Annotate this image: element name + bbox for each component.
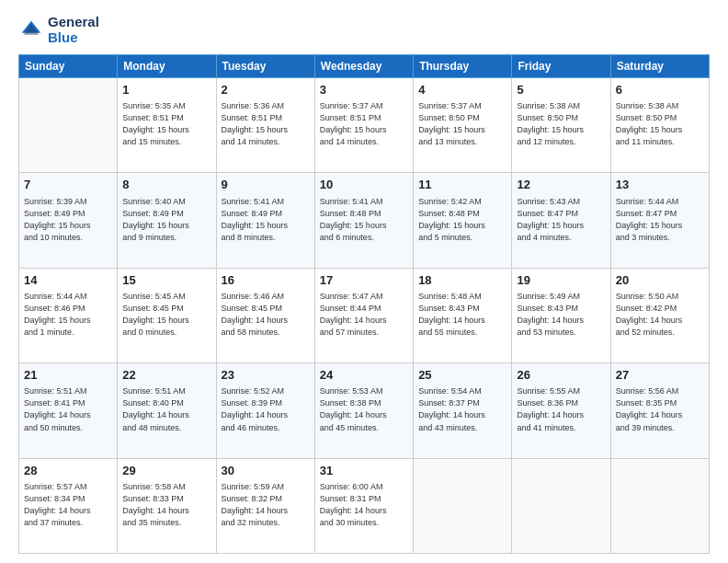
day-number: 31 [320, 463, 408, 479]
cell-info: Sunrise: 5:38 AM Sunset: 8:50 PM Dayligh… [517, 100, 605, 148]
calendar-cell: 19Sunrise: 5:49 AM Sunset: 8:43 PM Dayli… [512, 268, 610, 362]
day-number: 26 [517, 367, 605, 384]
cell-info: Sunrise: 5:52 AM Sunset: 8:39 PM Dayligh… [222, 385, 310, 433]
cell-info: Sunrise: 5:59 AM Sunset: 8:32 PM Dayligh… [222, 481, 310, 529]
calendar-week-row: 7Sunrise: 5:39 AM Sunset: 8:49 PM Daylig… [19, 173, 710, 268]
day-number: 12 [517, 177, 605, 193]
day-number: 6 [616, 82, 704, 98]
cell-info: Sunrise: 5:36 AM Sunset: 8:51 PM Dayligh… [222, 100, 310, 148]
day-number: 30 [222, 463, 310, 479]
calendar-cell: 17Sunrise: 5:47 AM Sunset: 8:44 PM Dayli… [314, 268, 413, 362]
day-number: 14 [24, 272, 112, 289]
day-number: 1 [122, 82, 210, 98]
calendar-cell: 9Sunrise: 5:41 AM Sunset: 8:49 PM Daylig… [216, 173, 314, 268]
calendar-cell: 14Sunrise: 5:44 AM Sunset: 8:46 PM Dayli… [19, 268, 118, 362]
calendar-cell: 30Sunrise: 5:59 AM Sunset: 8:32 PM Dayli… [216, 458, 314, 553]
cell-info: Sunrise: 5:35 AM Sunset: 8:51 PM Dayligh… [122, 100, 210, 148]
calendar-cell: 29Sunrise: 5:58 AM Sunset: 8:33 PM Dayli… [118, 458, 216, 553]
cell-info: Sunrise: 5:55 AM Sunset: 8:36 PM Dayligh… [517, 385, 605, 433]
calendar-cell [414, 458, 512, 553]
calendar-cell: 1Sunrise: 5:35 AM Sunset: 8:51 PM Daylig… [118, 78, 216, 173]
day-number: 10 [320, 177, 408, 193]
calendar-cell: 3Sunrise: 5:37 AM Sunset: 8:51 PM Daylig… [314, 78, 413, 173]
day-number: 16 [222, 272, 310, 289]
cell-info: Sunrise: 5:37 AM Sunset: 8:51 PM Dayligh… [320, 100, 408, 148]
weekday-header: Tuesday [216, 55, 314, 78]
calendar-cell: 26Sunrise: 5:55 AM Sunset: 8:36 PM Dayli… [512, 363, 610, 458]
calendar-cell: 15Sunrise: 5:45 AM Sunset: 8:45 PM Dayli… [118, 268, 216, 362]
cell-info: Sunrise: 5:54 AM Sunset: 8:37 PM Dayligh… [418, 385, 506, 433]
calendar-cell: 24Sunrise: 5:53 AM Sunset: 8:38 PM Dayli… [314, 363, 413, 458]
calendar-cell: 18Sunrise: 5:48 AM Sunset: 8:43 PM Dayli… [414, 268, 512, 362]
header: General Blue [18, 15, 710, 45]
calendar-cell: 5Sunrise: 5:38 AM Sunset: 8:50 PM Daylig… [512, 78, 610, 173]
weekday-header: Wednesday [314, 55, 413, 78]
cell-info: Sunrise: 5:58 AM Sunset: 8:33 PM Dayligh… [122, 481, 210, 529]
day-number: 28 [24, 463, 112, 479]
calendar-week-row: 14Sunrise: 5:44 AM Sunset: 8:46 PM Dayli… [19, 268, 710, 362]
calendar-week-row: 21Sunrise: 5:51 AM Sunset: 8:41 PM Dayli… [19, 363, 710, 458]
cell-info: Sunrise: 5:51 AM Sunset: 8:40 PM Dayligh… [122, 385, 210, 433]
calendar-cell: 2Sunrise: 5:36 AM Sunset: 8:51 PM Daylig… [216, 78, 314, 173]
weekday-header: Saturday [610, 55, 709, 78]
calendar-cell: 6Sunrise: 5:38 AM Sunset: 8:50 PM Daylig… [610, 78, 709, 173]
day-number: 24 [320, 367, 408, 384]
day-number: 29 [122, 463, 210, 479]
logo-text: General Blue [48, 15, 99, 45]
cell-info: Sunrise: 5:48 AM Sunset: 8:43 PM Dayligh… [418, 291, 506, 339]
calendar-cell: 27Sunrise: 5:56 AM Sunset: 8:35 PM Dayli… [610, 363, 709, 458]
day-number: 19 [517, 272, 605, 289]
cell-info: Sunrise: 5:43 AM Sunset: 8:47 PM Dayligh… [517, 196, 605, 244]
day-number: 23 [222, 367, 310, 384]
day-number: 2 [222, 82, 310, 98]
calendar-cell: 16Sunrise: 5:46 AM Sunset: 8:45 PM Dayli… [216, 268, 314, 362]
logo: General Blue [18, 15, 99, 45]
day-number: 9 [222, 177, 310, 193]
day-number: 17 [320, 272, 408, 289]
weekday-header: Friday [512, 55, 610, 78]
day-number: 21 [24, 367, 112, 384]
cell-info: Sunrise: 5:45 AM Sunset: 8:45 PM Dayligh… [122, 291, 210, 339]
calendar-week-row: 28Sunrise: 5:57 AM Sunset: 8:34 PM Dayli… [19, 458, 710, 553]
cell-info: Sunrise: 5:56 AM Sunset: 8:35 PM Dayligh… [616, 385, 704, 433]
calendar-cell: 31Sunrise: 6:00 AM Sunset: 8:31 PM Dayli… [314, 458, 413, 553]
calendar-cell: 13Sunrise: 5:44 AM Sunset: 8:47 PM Dayli… [610, 173, 709, 268]
day-number: 27 [616, 367, 704, 384]
day-number: 22 [122, 367, 210, 384]
day-number: 15 [122, 272, 210, 289]
calendar-cell [512, 458, 610, 553]
cell-info: Sunrise: 5:46 AM Sunset: 8:45 PM Dayligh… [222, 291, 310, 339]
calendar-cell [610, 458, 709, 553]
cell-info: Sunrise: 5:49 AM Sunset: 8:43 PM Dayligh… [517, 291, 605, 339]
cell-info: Sunrise: 5:41 AM Sunset: 8:48 PM Dayligh… [320, 196, 408, 244]
day-number: 7 [24, 177, 112, 193]
calendar-header-row: SundayMondayTuesdayWednesdayThursdayFrid… [19, 55, 710, 78]
calendar-cell: 21Sunrise: 5:51 AM Sunset: 8:41 PM Dayli… [19, 363, 118, 458]
cell-info: Sunrise: 5:50 AM Sunset: 8:42 PM Dayligh… [616, 291, 704, 339]
day-number: 25 [418, 367, 506, 384]
calendar-cell: 25Sunrise: 5:54 AM Sunset: 8:37 PM Dayli… [414, 363, 512, 458]
cell-info: Sunrise: 5:38 AM Sunset: 8:50 PM Dayligh… [616, 100, 704, 148]
cell-info: Sunrise: 5:53 AM Sunset: 8:38 PM Dayligh… [320, 385, 408, 433]
calendar-cell: 23Sunrise: 5:52 AM Sunset: 8:39 PM Dayli… [216, 363, 314, 458]
page: General Blue SundayMondayTuesdayWednesda… [0, 0, 728, 563]
calendar-cell: 8Sunrise: 5:40 AM Sunset: 8:49 PM Daylig… [118, 173, 216, 268]
day-number: 8 [122, 177, 210, 193]
cell-info: Sunrise: 5:40 AM Sunset: 8:49 PM Dayligh… [122, 196, 210, 244]
calendar-cell: 12Sunrise: 5:43 AM Sunset: 8:47 PM Dayli… [512, 173, 610, 268]
weekday-header: Sunday [19, 55, 118, 78]
cell-info: Sunrise: 5:44 AM Sunset: 8:47 PM Dayligh… [616, 196, 704, 244]
cell-info: Sunrise: 5:39 AM Sunset: 8:49 PM Dayligh… [24, 196, 112, 244]
cell-info: Sunrise: 5:47 AM Sunset: 8:44 PM Dayligh… [320, 291, 408, 339]
weekday-header: Thursday [414, 55, 512, 78]
calendar-cell: 7Sunrise: 5:39 AM Sunset: 8:49 PM Daylig… [19, 173, 118, 268]
cell-info: Sunrise: 5:57 AM Sunset: 8:34 PM Dayligh… [24, 481, 112, 529]
day-number: 18 [418, 272, 506, 289]
calendar-cell: 10Sunrise: 5:41 AM Sunset: 8:48 PM Dayli… [314, 173, 413, 268]
day-number: 11 [418, 177, 506, 193]
day-number: 20 [616, 272, 704, 289]
calendar-cell: 4Sunrise: 5:37 AM Sunset: 8:50 PM Daylig… [414, 78, 512, 173]
cell-info: Sunrise: 5:51 AM Sunset: 8:41 PM Dayligh… [24, 385, 112, 433]
calendar-cell: 20Sunrise: 5:50 AM Sunset: 8:42 PM Dayli… [610, 268, 709, 362]
calendar-week-row: 1Sunrise: 5:35 AM Sunset: 8:51 PM Daylig… [19, 78, 710, 173]
